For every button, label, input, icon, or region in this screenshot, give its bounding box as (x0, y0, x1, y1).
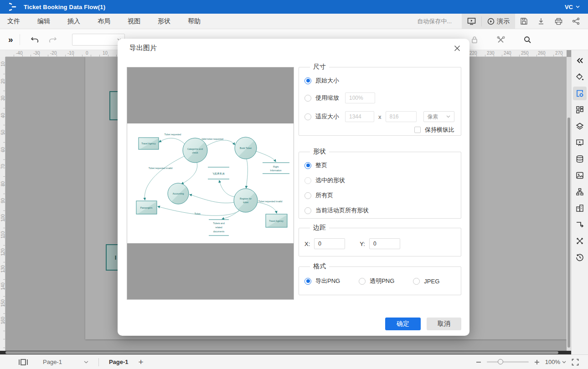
expand-toolbar-button[interactable]: » (8, 35, 13, 45)
present-button[interactable]: 演示 (482, 14, 515, 29)
margin-y-input[interactable] (369, 238, 400, 249)
zoom-level-value: 100% (545, 359, 560, 365)
menu-insert[interactable]: 插入 (67, 17, 80, 26)
download-button[interactable] (532, 14, 550, 29)
lock-button[interactable] (469, 34, 480, 46)
zoom-in-button[interactable] (534, 359, 540, 365)
unit-select-value: 像素 (428, 113, 438, 121)
print-button[interactable] (550, 14, 567, 29)
page-selector[interactable]: Page-1 (43, 359, 88, 365)
radio-export-png-label: 导出PNG (315, 277, 340, 285)
cancel-button[interactable]: 取消 (427, 318, 461, 330)
chevron-down-icon (576, 5, 580, 8)
sidebar-item-connector-style[interactable] (573, 218, 587, 231)
page-tab[interactable]: Page-1 (109, 359, 129, 365)
keep-aspect-checkbox[interactable] (414, 127, 421, 133)
undo-button[interactable] (29, 34, 41, 46)
size-section: 尺寸 原始大小 使用缩放 适应大小 x 像素 保持横纵比 (299, 63, 461, 136)
ruler-top-number: 0 (86, 51, 88, 56)
presentation-icon (576, 138, 584, 147)
tools-button[interactable] (495, 34, 507, 46)
radio-jpeg-label: JPEG (424, 278, 439, 285)
ok-button[interactable]: 确定 (385, 318, 421, 330)
store-crew: 飞机乘务员 (212, 172, 225, 175)
ruler-top-number: -40 (16, 51, 22, 56)
sidebar-item-org-chart[interactable] (573, 185, 587, 199)
chevron-down-icon (84, 361, 88, 364)
right-sidebar (571, 50, 588, 354)
menu-file[interactable]: 文件 (7, 17, 20, 26)
collapse-panel-button[interactable] (573, 54, 587, 67)
zoom-slider-knob[interactable] (498, 359, 503, 364)
radio-full-page[interactable] (304, 162, 311, 169)
save-button[interactable] (515, 14, 532, 29)
app-logo-icon (9, 3, 17, 11)
sidebar-item-layers[interactable] (573, 119, 587, 133)
sidebar-item-symbol-library[interactable] (573, 103, 587, 117)
slideshow-button[interactable] (462, 14, 481, 29)
redo-button[interactable] (46, 34, 58, 46)
ruler-top-number: 220 (469, 51, 477, 56)
fullscreen-button[interactable] (572, 359, 579, 366)
vertical-scrollbar[interactable] (567, 57, 571, 351)
add-page-button[interactable]: + (139, 358, 144, 366)
ruler-left-number: 10 (0, 60, 5, 69)
radio-export-png[interactable] (304, 278, 311, 285)
sidebar-item-data[interactable] (573, 152, 587, 166)
edge-label: Ticket requested (165, 133, 181, 136)
sidebar-item-smart-connection[interactable] (573, 234, 587, 248)
share-button[interactable] (567, 14, 584, 29)
paint-bucket-icon (576, 73, 584, 81)
buildings-icon (576, 204, 584, 212)
radio-fit-size[interactable] (304, 113, 311, 120)
sidebar-item-fill-style[interactable] (573, 70, 587, 84)
menu-shape[interactable]: 形状 (158, 17, 170, 26)
menu-view[interactable]: 视图 (128, 17, 140, 26)
page-panel-button[interactable] (17, 356, 29, 368)
fit-height-input[interactable] (386, 111, 417, 122)
zoom-slider[interactable] (487, 361, 529, 363)
radio-all-pages[interactable] (304, 192, 311, 199)
ruler-left-number: 160 (0, 316, 5, 325)
zoom-level-select[interactable]: 100% (545, 359, 566, 365)
close-icon (454, 45, 460, 51)
radio-use-scale[interactable] (304, 95, 311, 102)
vscroll-thumb[interactable] (567, 118, 570, 348)
ruler-left-number: 70 (0, 162, 5, 171)
dialog-close-button[interactable] (452, 43, 462, 53)
times-label: x (378, 113, 382, 120)
horizontal-scrollbar[interactable] (0, 351, 571, 354)
menu-help[interactable]: 帮助 (188, 17, 201, 26)
radio-selected-shapes[interactable] (304, 177, 311, 184)
ruler-left-number: 20 (0, 77, 5, 86)
user-menu[interactable]: VC (565, 4, 580, 10)
scale-input[interactable] (345, 92, 375, 103)
menu-edit[interactable]: 编辑 (37, 17, 50, 26)
sidebar-item-page-settings[interactable] (573, 87, 587, 100)
fit-width-input[interactable] (345, 111, 374, 122)
sidebar-item-floor-plan[interactable] (573, 201, 587, 215)
menu-layout[interactable]: 布局 (98, 17, 110, 26)
font-select[interactable] (72, 34, 125, 46)
ruler-left-number: 40 (0, 111, 5, 120)
radio-transparent-png[interactable] (359, 278, 366, 285)
radio-original-size[interactable] (304, 77, 311, 84)
layers-icon (576, 122, 584, 130)
sidebar-item-history[interactable] (573, 251, 587, 264)
zoom-out-button[interactable] (476, 359, 481, 365)
search-button[interactable] (521, 34, 533, 46)
sidebar-item-image[interactable] (573, 169, 587, 182)
radio-all-shapes-active-page[interactable] (304, 207, 311, 214)
page-settings-icon (576, 89, 584, 97)
node-categorize: Categorize and (187, 148, 203, 150)
lock-icon (471, 36, 478, 44)
sidebar-item-presentation[interactable] (573, 136, 587, 149)
dialog-title: 导出图片 (129, 44, 157, 52)
unit-select[interactable]: 像素 (423, 111, 454, 122)
play-circle-icon (487, 18, 495, 25)
radio-jpeg[interactable] (413, 278, 420, 285)
hscroll-thumb[interactable] (5, 351, 558, 354)
page-selector-label: Page-1 (43, 359, 62, 365)
margin-x-input[interactable] (314, 238, 345, 249)
node-travel-agency-2: Travel Agency (269, 220, 284, 222)
